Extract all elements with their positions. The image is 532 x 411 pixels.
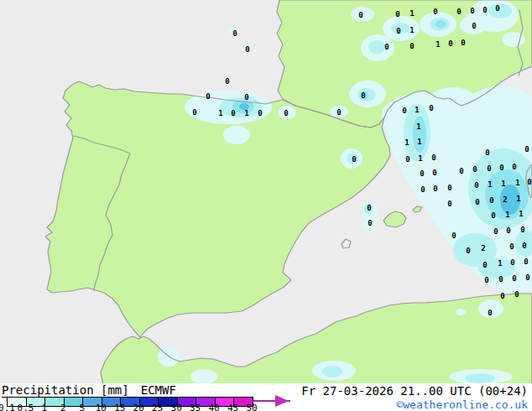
station-value: 0 — [456, 8, 461, 16]
station-value: 0 — [475, 199, 479, 206]
station-value: 0 — [512, 275, 516, 283]
station-value: 1 — [519, 211, 523, 218]
legend-bar-area: Precipitation [mm]ECMWF 0.10.51251015202… — [0, 383, 532, 411]
legend-tick: 0.1 — [0, 403, 15, 411]
station-value: 0 — [361, 92, 365, 100]
station-value: 0 — [506, 227, 510, 235]
station-value: 1 — [505, 211, 509, 219]
station-value: 2 — [481, 245, 485, 252]
copyright-watermark: ©weatheronline.co.uk — [396, 398, 528, 411]
legend-model: ECMWF — [141, 383, 176, 397]
station-value: 1 — [501, 180, 505, 188]
station-value: 1 — [515, 179, 519, 187]
station-value: 0 — [461, 39, 465, 47]
legend-tick: 50 — [246, 403, 257, 411]
station-value: 1 — [416, 123, 420, 131]
station-value: 1 — [488, 181, 492, 189]
station-value: 0 — [192, 109, 196, 117]
station-value: 0 — [451, 232, 456, 240]
station-value: 0 — [206, 93, 210, 101]
legend-unit: [mm] — [101, 383, 129, 397]
station-value: 0 — [368, 220, 372, 227]
station-value: 0 — [245, 46, 249, 54]
station-value: 1 — [498, 260, 502, 268]
station-value: 1 — [415, 107, 419, 114]
station-value: 0 — [482, 262, 487, 269]
station-value: 0 — [485, 149, 489, 157]
station-value: 0 — [525, 274, 529, 282]
station-value: 0 — [493, 228, 498, 236]
station-value: 0 — [433, 185, 437, 193]
station-value: 0 — [432, 169, 436, 177]
legend-tick: 40 — [208, 403, 219, 411]
station-value: 0 — [409, 43, 414, 50]
station-value: 0 — [499, 164, 503, 172]
station-value: 0 — [448, 40, 452, 48]
legend-tick: 30 — [171, 403, 182, 411]
legend-tick: 2 — [60, 403, 66, 411]
station-value: 0 — [527, 179, 531, 186]
station-value: 0 — [472, 166, 477, 174]
station-value: 0 — [384, 44, 389, 51]
station-value: 0 — [524, 258, 528, 266]
legend-title: Precipitation [mm]ECMWF — [2, 383, 176, 397]
station-value: 0 — [500, 293, 504, 300]
station-value: 0 — [225, 78, 229, 86]
station-value: 0 — [495, 5, 499, 13]
weather-map: 0000001010000010000001000100001011100100… — [0, 0, 532, 383]
station-value: 0 — [284, 110, 288, 117]
station-value: 0 — [231, 110, 235, 117]
station-value: 0 — [402, 107, 406, 115]
legend-tick: 15 — [114, 403, 125, 411]
station-value: 0 — [470, 8, 474, 15]
legend-tick: 5 — [80, 403, 86, 411]
station-value: 0 — [447, 185, 451, 192]
station-value: 0 — [352, 156, 356, 164]
station-value: 0 — [489, 197, 493, 205]
station-value: 0 — [405, 156, 409, 164]
legend-tick: 35 — [190, 403, 201, 411]
legend-tick: 45 — [227, 403, 238, 411]
station-value: 1 — [244, 110, 248, 117]
station-value: 1 — [218, 110, 222, 117]
station-value: 0 — [524, 146, 529, 153]
station-value: 1 — [409, 10, 414, 18]
station-value: 0 — [466, 247, 470, 255]
station-value: 0 — [431, 154, 436, 162]
station-value: 1 — [409, 27, 414, 34]
station-value: 0 — [358, 12, 362, 19]
station-value: 0 — [520, 226, 524, 234]
station-value: 0 — [336, 109, 341, 117]
station-value: 0 — [509, 243, 514, 251]
station-value: 0 — [482, 7, 487, 14]
legend-tick: 10 — [96, 403, 107, 411]
station-value: 1 — [418, 155, 422, 163]
station-value: 0 — [459, 168, 463, 175]
station-value: 0 — [447, 200, 451, 208]
station-value: 1 — [516, 195, 520, 203]
station-value: 1 — [404, 139, 409, 147]
forecast-datetime: Fr 27-03-2026 21..00 UTC (00+24) — [301, 384, 528, 398]
station-value: 0 — [232, 30, 237, 38]
legend-parameter: Precipitation — [2, 383, 94, 397]
legend-tick: 1 — [42, 403, 48, 411]
station-value: 0 — [472, 23, 476, 30]
station-value: 0 — [487, 165, 491, 173]
station-value: 0 — [396, 28, 400, 35]
station-value: 0 — [510, 259, 514, 267]
station-value: 0 — [488, 310, 492, 317]
station-values-layer: 0000001010000010000001000100001011100100… — [0, 0, 532, 383]
station-value: 0 — [512, 164, 516, 171]
station-value: 0 — [258, 110, 262, 117]
station-value: 0 — [433, 8, 437, 16]
station-value: 0 — [514, 291, 519, 299]
legend-tick: 20 — [133, 403, 144, 411]
scale-arrow-icon — [275, 395, 289, 407]
station-value: 0 — [429, 105, 433, 112]
station-value: 2 — [503, 196, 507, 204]
legend-tick: 25 — [152, 403, 163, 411]
station-value: 0 — [420, 170, 424, 178]
station-value: 0 — [420, 186, 425, 194]
station-value: 0 — [367, 205, 371, 212]
station-value: 1 — [417, 138, 421, 146]
